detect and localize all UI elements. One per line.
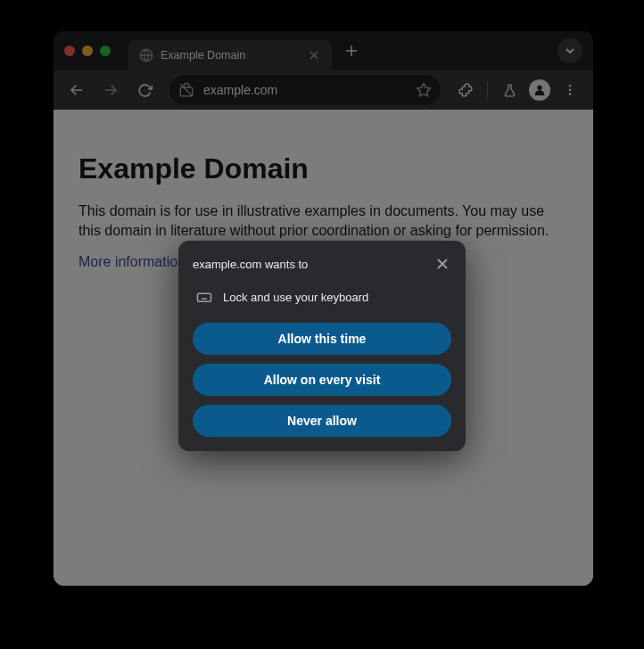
page-heading: Example Domain xyxy=(78,152,568,185)
dialog-permission-row: Lock and use your keyboard xyxy=(193,289,451,305)
svg-point-14 xyxy=(569,93,572,95)
reload-button[interactable] xyxy=(130,76,159,104)
globe-icon xyxy=(139,48,153,62)
labs-button[interactable] xyxy=(495,76,524,104)
dialog-title: example.com wants to xyxy=(193,258,308,271)
svg-rect-17 xyxy=(198,293,211,301)
profile-button[interactable] xyxy=(529,79,550,101)
dialog-header: example.com wants to xyxy=(193,255,451,273)
url-text: example.com xyxy=(203,83,407,97)
tab-close-button[interactable] xyxy=(307,48,321,62)
window-close-button[interactable] xyxy=(64,45,75,56)
dialog-close-button[interactable] xyxy=(433,255,451,273)
never-allow-button[interactable]: Never allow xyxy=(193,405,451,437)
new-tab-button[interactable] xyxy=(339,38,364,63)
site-info-icon[interactable] xyxy=(178,82,194,98)
forward-button[interactable] xyxy=(96,76,125,104)
traffic-lights xyxy=(64,45,111,56)
permission-dialog: example.com wants to Lock and use your k… xyxy=(178,241,466,451)
keyboard-icon xyxy=(196,289,212,305)
dialog-buttons: Allow this time Allow on every visit Nev… xyxy=(193,323,451,437)
page-paragraph: This domain is for use in illustrative e… xyxy=(78,201,565,240)
toolbar: example.com xyxy=(54,70,593,110)
window-minimize-button[interactable] xyxy=(82,45,93,56)
bookmark-star-icon[interactable] xyxy=(416,82,432,98)
tab-overflow-button[interactable] xyxy=(557,38,582,63)
address-bar[interactable]: example.com xyxy=(169,75,441,105)
menu-button[interactable] xyxy=(556,76,584,104)
dialog-permission-text: Lock and use your keyboard xyxy=(223,291,368,304)
svg-line-9 xyxy=(180,84,193,96)
window-maximize-button[interactable] xyxy=(100,45,111,56)
titlebar: Example Domain xyxy=(54,31,593,70)
svg-point-12 xyxy=(569,85,572,87)
svg-marker-10 xyxy=(417,84,431,96)
toolbar-divider xyxy=(487,81,488,99)
svg-point-13 xyxy=(569,89,572,92)
svg-point-11 xyxy=(537,86,541,90)
allow-always-button[interactable]: Allow on every visit xyxy=(193,364,451,396)
back-button[interactable] xyxy=(62,76,91,104)
allow-once-button[interactable]: Allow this time xyxy=(193,323,451,355)
browser-tab[interactable]: Example Domain xyxy=(128,40,332,70)
tab-title: Example Domain xyxy=(161,49,300,62)
extensions-button[interactable] xyxy=(451,76,480,104)
